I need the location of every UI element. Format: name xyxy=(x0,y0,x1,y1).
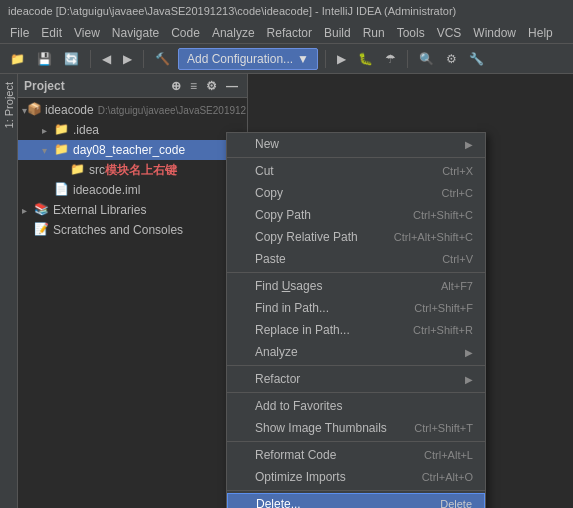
separator-3 xyxy=(325,50,326,68)
add-config-arrow-icon: ▼ xyxy=(297,52,309,66)
ctx-find-in-path-shortcut: Ctrl+Shift+F xyxy=(414,302,473,314)
lib-icon: 📚 xyxy=(34,202,50,218)
menu-tools[interactable]: Tools xyxy=(391,24,431,42)
module-icon: 📦 xyxy=(27,102,42,118)
menu-window[interactable]: Window xyxy=(467,24,522,42)
ctx-copy-relative-label: Copy Relative Path xyxy=(255,230,374,244)
add-configuration-button[interactable]: Add Configuration... ▼ xyxy=(178,48,318,70)
side-tab[interactable]: 1: Project xyxy=(0,74,18,508)
ctx-paste-shortcut: Ctrl+V xyxy=(442,253,473,265)
menu-run[interactable]: Run xyxy=(357,24,391,42)
ctx-optimize-imports[interactable]: Optimize Imports Ctrl+Alt+O xyxy=(227,466,485,488)
ctx-copy-relative-path[interactable]: Copy Relative Path Ctrl+Alt+Shift+C xyxy=(227,226,485,248)
panel-list-icon[interactable]: ≡ xyxy=(187,78,200,94)
ctx-delete[interactable]: Delete... Delete xyxy=(227,493,485,508)
ctx-reformat-shortcut: Ctrl+Alt+L xyxy=(424,449,473,461)
arrow-day08: ▾ xyxy=(42,145,54,156)
tree-item-iml[interactable]: 📄 ideacode.iml xyxy=(18,180,247,200)
menu-analyze[interactable]: Analyze xyxy=(206,24,261,42)
toolbar-back-btn[interactable]: ◀ xyxy=(98,48,115,70)
ideacode-path: D:\atguigu\javaee\JavaSE20191213\code\id… xyxy=(98,105,247,116)
panel-gear-icon[interactable]: ⚙ xyxy=(203,78,220,94)
menu-code[interactable]: Code xyxy=(165,24,206,42)
menu-vcs[interactable]: VCS xyxy=(431,24,468,42)
title-text: ideacode [D:\atguigu\javaee\JavaSE201912… xyxy=(8,5,456,17)
toolbar-search-btn[interactable]: 🔍 xyxy=(415,48,438,70)
menu-navigate[interactable]: Navigate xyxy=(106,24,165,42)
ctx-add-favorites[interactable]: Add to Favorites xyxy=(227,395,485,417)
arrow-idea: ▸ xyxy=(42,125,54,136)
ctx-refactor[interactable]: Refactor ▶ xyxy=(227,368,485,390)
folder-icon: 📁 xyxy=(54,122,70,138)
toolbar-settings-btn[interactable]: 🔧 xyxy=(465,48,488,70)
ctx-paste[interactable]: Paste Ctrl+V xyxy=(227,248,485,270)
ctx-paste-label: Paste xyxy=(255,252,422,266)
ideacode-label: ideacode xyxy=(45,103,94,117)
ctx-find-in-path[interactable]: Find in Path... Ctrl+Shift+F xyxy=(227,297,485,319)
title-bar: ideacode [D:\atguigu\javaee\JavaSE201912… xyxy=(0,0,573,22)
separator-1 xyxy=(90,50,91,68)
project-tab-label[interactable]: 1: Project xyxy=(1,78,17,132)
ctx-analyze-label: Analyze xyxy=(255,345,461,359)
file-tree: ▾ 📦 ideacode D:\atguigu\javaee\JavaSE201… xyxy=(18,98,247,508)
menu-bar: File Edit View Navigate Code Analyze Ref… xyxy=(0,22,573,44)
panel-title: Project xyxy=(24,79,65,93)
tree-item-scratches[interactable]: 📝 Scratches and Consoles xyxy=(18,220,247,240)
ctx-sep-4 xyxy=(227,392,485,393)
ctx-show-thumbnails-shortcut: Ctrl+Shift+T xyxy=(414,422,473,434)
tree-item-extlibs[interactable]: ▸ 📚 External Libraries xyxy=(18,200,247,220)
ctx-delete-label: Delete... xyxy=(256,497,420,508)
toolbar-gear-btn[interactable]: ⚙ xyxy=(442,48,461,70)
add-config-label: Add Configuration... xyxy=(187,52,293,66)
panel-minimize-icon[interactable]: — xyxy=(223,78,241,94)
menu-refactor[interactable]: Refactor xyxy=(261,24,318,42)
ctx-sep-2 xyxy=(227,272,485,273)
iml-label: ideacode.iml xyxy=(73,183,140,197)
ctx-analyze[interactable]: Analyze ▶ xyxy=(227,341,485,363)
menu-view[interactable]: View xyxy=(68,24,106,42)
toolbar-forward-btn[interactable]: ▶ xyxy=(119,48,136,70)
panel-header: Project ⊕ ≡ ⚙ — xyxy=(18,74,247,98)
ctx-copy-relative-shortcut: Ctrl+Alt+Shift+C xyxy=(394,231,473,243)
ctx-new[interactable]: New ▶ xyxy=(227,133,485,155)
tree-item-idea[interactable]: ▸ 📁 .idea xyxy=(18,120,247,140)
toolbar-run-btn[interactable]: ▶ xyxy=(333,48,350,70)
toolbar-save-btn[interactable]: 💾 xyxy=(33,48,56,70)
ctx-add-favorites-label: Add to Favorites xyxy=(255,399,473,413)
menu-file[interactable]: File xyxy=(4,24,35,42)
main-area: 1: Project Project ⊕ ≡ ⚙ — ▾ 📦 ideacode … xyxy=(0,74,573,508)
ctx-cut[interactable]: Cut Ctrl+X xyxy=(227,160,485,182)
ctx-replace-in-path-shortcut: Ctrl+Shift+R xyxy=(413,324,473,336)
toolbar-coverage-btn[interactable]: ☂ xyxy=(381,48,400,70)
ctx-show-thumbnails[interactable]: Show Image Thumbnails Ctrl+Shift+T xyxy=(227,417,485,439)
ctx-sep-6 xyxy=(227,490,485,491)
ctx-copy-path[interactable]: Copy Path Ctrl+Shift+C xyxy=(227,204,485,226)
toolbar-hammer-btn[interactable]: 🔨 xyxy=(151,48,174,70)
menu-edit[interactable]: Edit xyxy=(35,24,68,42)
ctx-find-usages-label: Find Usages xyxy=(255,279,421,293)
menu-help[interactable]: Help xyxy=(522,24,559,42)
iml-icon: 📄 xyxy=(54,182,70,198)
ctx-reformat-code[interactable]: Reformat Code Ctrl+Alt+L xyxy=(227,444,485,466)
tree-item-day08[interactable]: ▾ 📁 day08_teacher_code xyxy=(18,140,247,160)
ctx-cut-shortcut: Ctrl+X xyxy=(442,165,473,177)
toolbar-refresh-btn[interactable]: 🔄 xyxy=(60,48,83,70)
toolbar-open-btn[interactable]: 📁 xyxy=(6,48,29,70)
cn-annotation: 模块名上右键 xyxy=(105,162,177,179)
separator-2 xyxy=(143,50,144,68)
context-menu: New ▶ Cut Ctrl+X Copy Ctrl+C Copy Path C… xyxy=(226,132,486,508)
idea-label: .idea xyxy=(73,123,99,137)
ctx-copy-label: Copy xyxy=(255,186,422,200)
separator-4 xyxy=(407,50,408,68)
tree-item-ideacode[interactable]: ▾ 📦 ideacode D:\atguigu\javaee\JavaSE201… xyxy=(18,100,247,120)
ctx-copy-path-shortcut: Ctrl+Shift+C xyxy=(413,209,473,221)
ctx-find-usages[interactable]: Find Usages Alt+F7 xyxy=(227,275,485,297)
tree-item-src[interactable]: 📁 src 模块名上右键 xyxy=(18,160,247,180)
toolbar-debug-btn[interactable]: 🐛 xyxy=(354,48,377,70)
panel-add-icon[interactable]: ⊕ xyxy=(168,78,184,94)
ctx-copy[interactable]: Copy Ctrl+C xyxy=(227,182,485,204)
ctx-replace-in-path-label: Replace in Path... xyxy=(255,323,393,337)
menu-build[interactable]: Build xyxy=(318,24,357,42)
scratch-icon: 📝 xyxy=(34,222,50,238)
ctx-replace-in-path[interactable]: Replace in Path... Ctrl+Shift+R xyxy=(227,319,485,341)
